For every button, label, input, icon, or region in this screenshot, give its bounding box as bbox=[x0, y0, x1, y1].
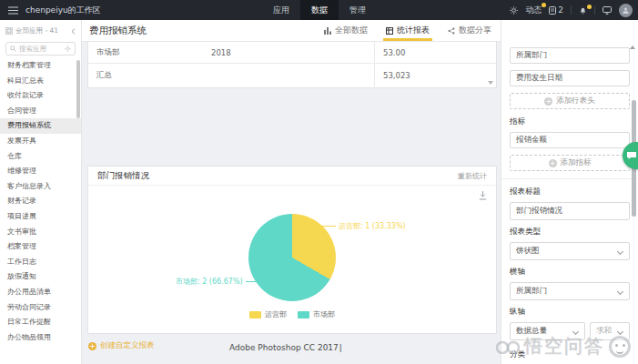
xaxis-select[interactable]: 所属部门 bbox=[510, 282, 630, 300]
sidebar-item[interactable]: 财务记录 bbox=[0, 194, 81, 209]
bell-icon[interactable] bbox=[579, 6, 587, 15]
table-cell-year: 2018 bbox=[211, 42, 374, 63]
sidebar-item[interactable]: 科目汇总表 bbox=[0, 74, 81, 89]
xaxis-label: 横轴 bbox=[510, 267, 630, 278]
report-type-label: 报表类型 bbox=[510, 227, 630, 238]
sidebar-item[interactable]: 日常工作提醒 bbox=[0, 315, 81, 330]
legend-item[interactable]: 运营部 bbox=[249, 309, 287, 319]
sidebar-item[interactable]: 客户信息录入 bbox=[0, 179, 81, 195]
add-metric-button[interactable]: + 添加指标 bbox=[510, 155, 630, 171]
metrics-label: 指标 bbox=[510, 116, 630, 127]
download-icon[interactable] bbox=[479, 191, 487, 200]
table-cell-total-amount: 53,023 bbox=[374, 64, 496, 86]
notification-dot bbox=[587, 5, 592, 9]
main-toolbar: 费用报销系统 全部数据 统计报表 数据分享 bbox=[82, 20, 501, 42]
page-title: 费用报销系统 bbox=[89, 25, 147, 37]
report-title-label: 报表标题 bbox=[510, 187, 630, 197]
app-search-input[interactable]: 搜索应用 bbox=[5, 42, 76, 56]
watermark: 悟空问答 bbox=[496, 334, 631, 359]
notification-dot bbox=[542, 3, 546, 7]
search-icon bbox=[10, 46, 16, 52]
sidebar-scrollbar[interactable] bbox=[76, 60, 80, 118]
sidebar-item[interactable]: 项目进展 bbox=[0, 209, 81, 225]
topbar-icons: 动态 2 bbox=[510, 0, 633, 20]
top-menu-apps[interactable]: 应用 bbox=[262, 0, 300, 20]
watermark-text: 悟空问答 bbox=[524, 334, 604, 359]
summary-table: 市场部 2018 53.00 汇总 53,023 bbox=[87, 42, 497, 88]
chat-icon bbox=[626, 150, 637, 161]
monitor-icon[interactable] bbox=[603, 6, 612, 15]
tab-all-data[interactable]: 全部数据 bbox=[315, 20, 377, 41]
todo-count: 2 bbox=[558, 5, 563, 15]
table-cell-dept: 市场部 bbox=[88, 42, 211, 63]
topbar: chenpeiyu的工作区 应用 数据 管理 动态 2 bbox=[0, 0, 638, 20]
create-custom-report-button[interactable]: + 创建自定义报表 bbox=[88, 340, 155, 351]
todo-button[interactable]: 2 bbox=[549, 5, 563, 15]
table-scroll-arrow-icon[interactable] bbox=[488, 81, 493, 85]
report-card: 部门报销情况 重新统计 运营部: 1 (33.33%) 市场部: 2 (66.6… bbox=[87, 166, 497, 334]
plus-icon: + bbox=[544, 97, 552, 106]
sidebar-item[interactable]: 财务档案管理 bbox=[0, 58, 81, 74]
sidebar-header: 全部应用 - 41 bbox=[0, 23, 81, 39]
row-field-dept-chip[interactable]: 所属部门 bbox=[510, 47, 630, 64]
sidebar: 全部应用 - 41 搜索应用 财务档案管理 科目汇总表 收付款记录 合同管理 费… bbox=[0, 20, 82, 364]
search-settings-gear-icon[interactable] bbox=[65, 46, 71, 52]
scrollbar-up-arrow[interactable] bbox=[630, 46, 635, 49]
report-grid-icon bbox=[386, 27, 393, 35]
sidebar-item[interactable]: 工作日志 bbox=[0, 255, 81, 270]
app-window: chenpeiyu的工作区 应用 数据 管理 动态 2 bbox=[0, 0, 638, 364]
sidebar-item[interactable]: 仓库 bbox=[0, 149, 81, 165]
callout-leader-line bbox=[322, 226, 336, 227]
sidebar-item[interactable]: 维修管理 bbox=[0, 164, 81, 179]
caption-text: Adobe Photoshop CC 2017 bbox=[229, 343, 342, 352]
report-type-select[interactable]: 饼状图 bbox=[510, 242, 630, 260]
search-placeholder: 搜索应用 bbox=[19, 45, 46, 54]
divider bbox=[594, 5, 595, 15]
sidebar-item[interactable]: 办公物品领用 bbox=[0, 330, 81, 346]
sidebar-item[interactable]: 劳动合同记录 bbox=[0, 300, 81, 316]
plus-icon: + bbox=[549, 159, 557, 167]
chart-legend: 运营部 市场部 bbox=[88, 309, 496, 319]
watermark-face-logo bbox=[609, 336, 631, 358]
table-row[interactable]: 市场部 2018 53.00 bbox=[88, 42, 496, 63]
legend-swatch bbox=[249, 311, 261, 318]
legend-item[interactable]: 市场部 bbox=[298, 309, 335, 319]
tab-data-share[interactable]: 数据分享 bbox=[439, 20, 501, 41]
sidebar-item[interactable]: 办公用品清单 bbox=[0, 285, 81, 300]
pie-callout: 市场部: 2 (66.67%) bbox=[176, 277, 259, 287]
dynamic-feed-button[interactable]: 动态 bbox=[525, 5, 542, 16]
bar-chart-icon bbox=[324, 27, 331, 35]
sidebar-item[interactable]: 放假通知 bbox=[0, 269, 81, 285]
sidebar-item[interactable]: 收付款记录 bbox=[0, 88, 81, 104]
sidebar-item-expense-system[interactable]: 费用报销系统 bbox=[0, 118, 81, 134]
settings-gear-icon[interactable] bbox=[510, 6, 518, 15]
legend-swatch bbox=[298, 311, 309, 318]
view-tabs: 全部数据 统计报表 数据分享 bbox=[315, 20, 501, 41]
sidebar-item[interactable]: 文书审批 bbox=[0, 225, 81, 240]
apps-grid-icon bbox=[5, 27, 13, 35]
user-avatar[interactable] bbox=[619, 4, 633, 17]
report-card-header: 部门报销情况 重新统计 bbox=[88, 167, 496, 186]
row-field-date-chip[interactable]: 费用发生日期 bbox=[510, 70, 630, 86]
workspace-title: chenpeiyu的工作区 bbox=[25, 5, 101, 16]
pie-callout: 运营部: 1 (33.33%) bbox=[322, 221, 406, 231]
tab-statistics-report[interactable]: 统计报表 bbox=[377, 20, 439, 41]
table-cell-amount: 53.00 bbox=[374, 42, 496, 63]
sidebar-item[interactable]: 档案管理 bbox=[0, 239, 81, 255]
collapse-sidebar-icon[interactable] bbox=[71, 28, 76, 35]
add-row-header-button[interactable]: + 添加行表头 bbox=[510, 93, 630, 109]
top-menu-data[interactable]: 数据 bbox=[300, 0, 339, 20]
table-row-total[interactable]: 汇总 53,023 bbox=[88, 63, 496, 86]
metric-amount-chip[interactable]: 报销金额 bbox=[510, 132, 630, 148]
report-title-input[interactable]: 部门报销情况 bbox=[510, 202, 630, 220]
sidebar-app-list: 财务档案管理 科目汇总表 收付款记录 合同管理 费用报销系统 发票开具 仓库 维… bbox=[0, 58, 81, 345]
cloud-logo-icon bbox=[496, 339, 520, 354]
sidebar-item[interactable]: 发票开具 bbox=[0, 134, 81, 149]
sidebar-item[interactable]: 合同管理 bbox=[0, 104, 81, 119]
report-action-link[interactable]: 重新统计 bbox=[458, 171, 487, 181]
hamburger-menu-icon[interactable] bbox=[8, 6, 18, 15]
all-apps-label: 全部应用 - 41 bbox=[15, 26, 58, 35]
top-menu-manage[interactable]: 管理 bbox=[339, 0, 377, 20]
report-title: 部门报销情况 bbox=[97, 170, 149, 182]
share-icon bbox=[448, 27, 455, 35]
